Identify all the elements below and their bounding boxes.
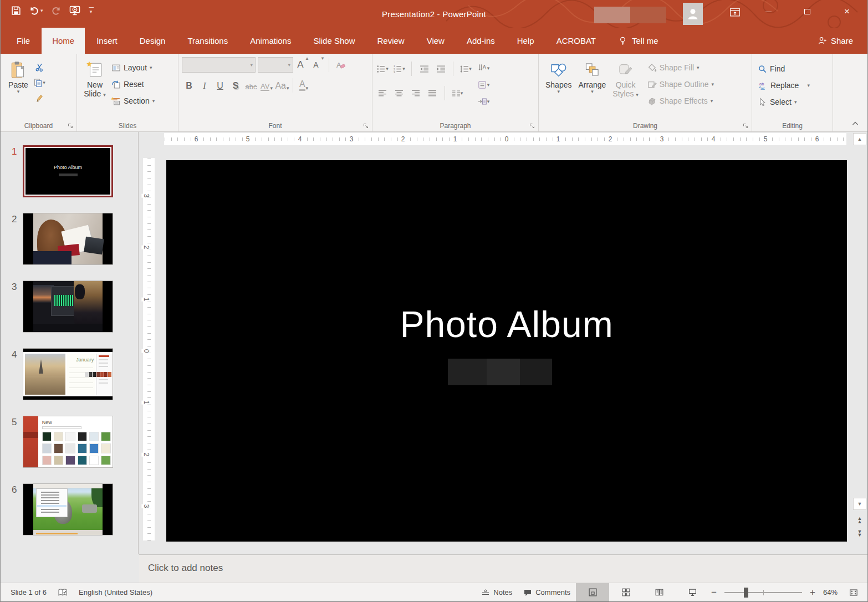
next-slide-button[interactable]: ▼▼ <box>853 528 866 539</box>
font-name-combobox[interactable]: ▾ <box>182 57 256 73</box>
slide-title-text[interactable]: Photo Album <box>166 303 847 345</box>
shape-fill-button[interactable]: Shape Fill▾ <box>645 60 716 75</box>
slide-thumbnail-panel[interactable]: 1 Photo Album 2 3 <box>1 132 139 554</box>
character-spacing-button[interactable]: AV▾ <box>259 78 274 93</box>
tab-transitions[interactable]: Transitions <box>177 28 238 54</box>
view-reading-button[interactable] <box>642 583 676 601</box>
reset-button[interactable]: Reset <box>109 77 157 91</box>
dialog-launcher-icon[interactable] <box>362 123 369 129</box>
share-button[interactable]: Share <box>803 28 867 54</box>
slide-indicator[interactable]: Slide 1 of 6 <box>1 583 52 601</box>
shape-outline-button[interactable]: Shape Outline▾ <box>645 77 716 91</box>
tab-file[interactable]: File <box>6 28 40 54</box>
thumbnail-item-6[interactable]: 6 <box>1 483 138 535</box>
zoom-slider-thumb[interactable] <box>744 588 748 598</box>
increase-indent-button[interactable] <box>434 62 447 75</box>
tab-add-ins[interactable]: Add-ins <box>456 28 506 54</box>
slide-3-thumbnail[interactable] <box>23 280 113 333</box>
italic-button[interactable]: I <box>197 78 212 93</box>
select-button[interactable]: Select▾ <box>755 95 812 109</box>
zoom-slider[interactable] <box>724 592 802 593</box>
previous-slide-button[interactable]: ▲▲ <box>853 514 866 526</box>
shape-effects-button[interactable]: Shape Effects▾ <box>645 94 716 108</box>
numbering-button[interactable]: ▾ <box>392 62 406 75</box>
comments-toggle-button[interactable]: Comments <box>518 583 576 601</box>
find-button[interactable]: Find <box>755 62 812 76</box>
section-button[interactable]: Section▾ <box>109 94 157 108</box>
slide-5-thumbnail[interactable]: New <box>23 416 113 468</box>
start-slideshow-button[interactable] <box>69 4 81 17</box>
tab-slide-show[interactable]: Slide Show <box>303 28 365 54</box>
customize-qat-button[interactable]: ▾ <box>89 7 94 14</box>
slide-6-thumbnail[interactable] <box>23 483 113 535</box>
zoom-level[interactable]: 64% <box>818 583 843 601</box>
columns-button[interactable]: ▾ <box>451 86 464 100</box>
minimize-button[interactable] <box>755 0 781 23</box>
view-slideshow-button[interactable] <box>676 583 709 601</box>
new-slide-button[interactable]: New Slide ▾ <box>80 57 109 100</box>
slide-editing-canvas[interactable]: Photo Album <box>166 160 847 542</box>
align-left-button[interactable] <box>376 86 389 100</box>
fit-slide-to-window-button[interactable] <box>843 583 867 601</box>
tab-view[interactable]: View <box>416 28 455 54</box>
font-size-combobox[interactable]: ▾ <box>258 57 293 73</box>
shapes-button[interactable]: Shapes▾ <box>542 57 575 96</box>
align-text-button[interactable]: ▾ <box>477 78 490 91</box>
tab-animations[interactable]: Animations <box>239 28 302 54</box>
scroll-up-button[interactable]: ▲ <box>853 133 866 145</box>
zoom-in-button[interactable]: + <box>808 587 818 598</box>
tab-help[interactable]: Help <box>507 28 545 54</box>
avatar[interactable] <box>683 3 703 25</box>
slide-4-thumbnail[interactable]: January <box>23 348 113 400</box>
cut-button[interactable] <box>33 60 46 74</box>
text-shadow-button[interactable]: S <box>228 78 243 93</box>
notes-pane[interactable]: Click to add notes <box>139 555 867 583</box>
slide-1-thumbnail[interactable]: Photo Album <box>23 145 113 197</box>
align-right-button[interactable] <box>409 86 422 100</box>
dialog-launcher-icon[interactable] <box>67 123 74 129</box>
layout-button[interactable]: Layout▾ <box>109 60 157 75</box>
align-center-button[interactable] <box>392 86 406 100</box>
tab-insert[interactable]: Insert <box>86 28 128 54</box>
replace-button[interactable]: Replace▾ <box>755 78 812 93</box>
decrease-indent-button[interactable] <box>417 62 431 75</box>
thumbnail-item-3[interactable]: 3 <box>1 280 138 333</box>
notes-placeholder[interactable]: Click to add notes <box>148 563 223 574</box>
line-spacing-button[interactable]: ▾ <box>459 62 472 75</box>
close-button[interactable]: × <box>834 0 860 23</box>
notes-toggle-button[interactable]: Notes <box>476 583 518 601</box>
maximize-button[interactable] <box>794 0 820 23</box>
language-indicator[interactable]: English (United States) <box>73 583 158 601</box>
font-color-button[interactable]: A▾ <box>297 78 311 93</box>
view-slide-sorter-button[interactable] <box>609 583 642 601</box>
save-button[interactable] <box>11 5 22 16</box>
underline-button[interactable]: U <box>213 78 227 93</box>
thumbnail-item-4[interactable]: 4 January <box>1 348 138 400</box>
grow-font-button[interactable]: A▲ <box>295 58 309 72</box>
tab-review[interactable]: Review <box>366 28 415 54</box>
spellcheck-button[interactable] <box>52 583 73 601</box>
copy-button[interactable]: ▾ <box>33 76 46 89</box>
dialog-launcher-icon[interactable] <box>529 123 535 129</box>
thumbnail-item-1[interactable]: 1 Photo Album <box>1 145 138 197</box>
convert-to-smartart-button[interactable]: ▾ <box>477 95 490 108</box>
quick-styles-button[interactable]: Quick Styles ▾ <box>609 57 642 100</box>
slide-2-thumbnail[interactable] <box>23 213 113 265</box>
format-painter-button[interactable] <box>33 91 46 105</box>
undo-caret-icon[interactable]: ▾ <box>40 8 43 13</box>
bold-button[interactable]: B <box>182 78 196 93</box>
thumbnail-item-2[interactable]: 2 <box>1 213 138 265</box>
change-case-button[interactable]: Aa▾ <box>275 78 289 93</box>
strikethrough-button[interactable]: abc <box>244 78 258 93</box>
view-normal-button[interactable] <box>576 583 609 601</box>
vertical-scrollbar[interactable]: ▲ ▼ ▲▲ ▼▼ ▲ ▼ <box>853 133 866 554</box>
text-direction-button[interactable]: ▾ <box>477 62 490 75</box>
justify-button[interactable] <box>426 86 439 100</box>
bullets-button[interactable]: ▾ <box>376 62 389 75</box>
clear-formatting-button[interactable] <box>334 58 347 72</box>
thumbnail-item-5[interactable]: 5 New <box>1 416 138 468</box>
tell-me-box[interactable]: Tell me <box>607 28 669 54</box>
collapse-ribbon-button[interactable] <box>851 119 860 128</box>
scroll-down-button[interactable]: ▼ <box>853 498 866 510</box>
dialog-launcher-icon[interactable] <box>742 123 749 129</box>
